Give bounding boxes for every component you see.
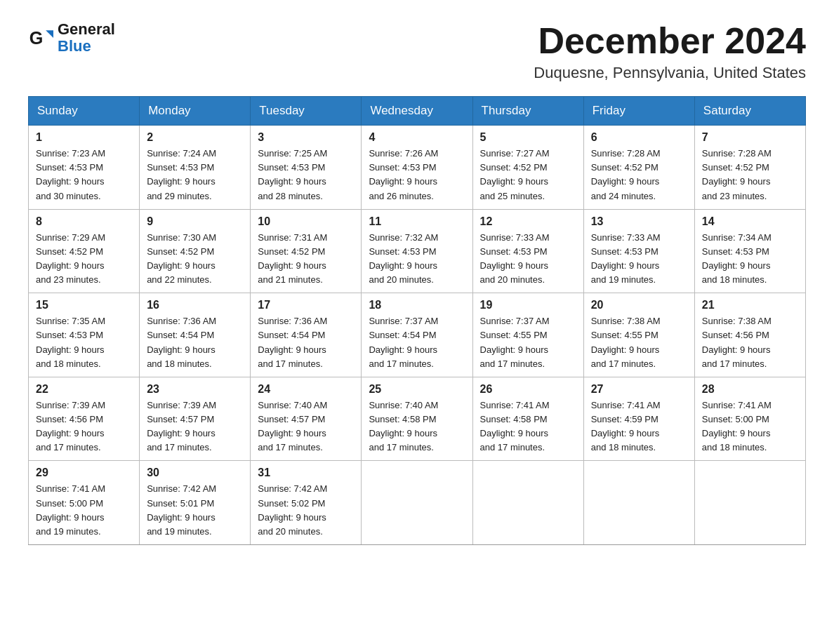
day-info: Sunrise: 7:36 AMSunset: 4:54 PMDaylight:… [147, 316, 216, 368]
header: G General Blue December 2024 Duquesne, P… [28, 21, 806, 82]
day-number: 8 [36, 215, 132, 228]
day-info: Sunrise: 7:33 AMSunset: 4:53 PMDaylight:… [480, 232, 550, 285]
day-number: 2 [147, 131, 243, 144]
logo-general: General [58, 21, 115, 38]
weekday-header-wednesday: Wednesday [362, 97, 472, 126]
location-title: Duquesne, Pennsylvania, United States [534, 64, 806, 82]
logo-text: General Blue [58, 21, 115, 55]
calendar-week-4: 22 Sunrise: 7:39 AMSunset: 4:56 PMDaylig… [29, 377, 806, 461]
calendar-cell: 12 Sunrise: 7:33 AMSunset: 4:53 PMDaylig… [472, 209, 583, 293]
day-info: Sunrise: 7:33 AMSunset: 4:53 PMDaylight:… [591, 232, 661, 285]
calendar-cell [694, 461, 805, 545]
day-info: Sunrise: 7:35 AMSunset: 4:53 PMDaylight:… [36, 316, 105, 368]
calendar-cell: 19 Sunrise: 7:37 AMSunset: 4:55 PMDaylig… [472, 293, 583, 377]
day-info: Sunrise: 7:30 AMSunset: 4:52 PMDaylight:… [147, 232, 216, 285]
day-info: Sunrise: 7:28 AMSunset: 4:52 PMDaylight:… [591, 148, 661, 201]
svg-text:G: G [29, 28, 44, 48]
calendar-cell: 30 Sunrise: 7:42 AMSunset: 5:01 PMDaylig… [140, 461, 251, 545]
calendar-week-2: 8 Sunrise: 7:29 AMSunset: 4:52 PMDayligh… [29, 209, 806, 293]
day-info: Sunrise: 7:38 AMSunset: 4:55 PMDaylight:… [591, 316, 661, 368]
calendar-week-1: 1 Sunrise: 7:23 AMSunset: 4:53 PMDayligh… [29, 126, 806, 210]
day-number: 25 [369, 383, 465, 396]
day-info: Sunrise: 7:39 AMSunset: 4:56 PMDaylight:… [36, 400, 105, 452]
calendar-body: 1 Sunrise: 7:23 AMSunset: 4:53 PMDayligh… [29, 126, 806, 545]
day-info: Sunrise: 7:28 AMSunset: 4:52 PMDaylight:… [702, 148, 772, 201]
day-number: 28 [702, 383, 798, 396]
day-number: 30 [147, 467, 243, 479]
calendar-cell: 6 Sunrise: 7:28 AMSunset: 4:52 PMDayligh… [583, 126, 694, 210]
day-number: 13 [591, 215, 687, 228]
day-info: Sunrise: 7:41 AMSunset: 4:59 PMDaylight:… [591, 400, 661, 452]
calendar-cell: 24 Sunrise: 7:40 AMSunset: 4:57 PMDaylig… [251, 377, 362, 461]
day-number: 4 [369, 131, 465, 144]
calendar-cell: 10 Sunrise: 7:31 AMSunset: 4:52 PMDaylig… [251, 209, 362, 293]
day-info: Sunrise: 7:34 AMSunset: 4:53 PMDaylight:… [702, 232, 772, 285]
logo-icon: G [28, 25, 53, 51]
day-info: Sunrise: 7:41 AMSunset: 5:00 PMDaylight:… [702, 400, 772, 452]
calendar-cell: 17 Sunrise: 7:36 AMSunset: 4:54 PMDaylig… [251, 293, 362, 377]
day-number: 20 [591, 299, 687, 311]
day-number: 31 [258, 467, 354, 479]
calendar-week-5: 29 Sunrise: 7:41 AMSunset: 5:00 PMDaylig… [29, 461, 806, 545]
calendar-cell: 31 Sunrise: 7:42 AMSunset: 5:02 PMDaylig… [251, 461, 362, 545]
day-info: Sunrise: 7:37 AMSunset: 4:55 PMDaylight:… [480, 316, 550, 368]
calendar-cell: 7 Sunrise: 7:28 AMSunset: 4:52 PMDayligh… [694, 126, 805, 210]
calendar-cell: 15 Sunrise: 7:35 AMSunset: 4:53 PMDaylig… [29, 293, 140, 377]
day-number: 3 [258, 131, 354, 144]
calendar-cell: 28 Sunrise: 7:41 AMSunset: 5:00 PMDaylig… [694, 377, 805, 461]
day-info: Sunrise: 7:39 AMSunset: 4:57 PMDaylight:… [147, 400, 216, 452]
day-number: 23 [147, 383, 243, 396]
calendar-table: SundayMondayTuesdayWednesdayThursdayFrid… [28, 96, 806, 545]
title-area: December 2024 Duquesne, Pennsylvania, Un… [534, 21, 806, 82]
day-number: 26 [480, 383, 576, 396]
calendar-cell: 4 Sunrise: 7:26 AMSunset: 4:53 PMDayligh… [362, 126, 472, 210]
weekday-header-row: SundayMondayTuesdayWednesdayThursdayFrid… [29, 97, 806, 126]
calendar-cell: 9 Sunrise: 7:30 AMSunset: 4:52 PMDayligh… [140, 209, 251, 293]
day-info: Sunrise: 7:41 AMSunset: 5:00 PMDaylight:… [36, 483, 105, 536]
day-info: Sunrise: 7:25 AMSunset: 4:53 PMDaylight:… [258, 148, 327, 201]
calendar-cell [583, 461, 694, 545]
day-number: 17 [258, 299, 354, 311]
day-info: Sunrise: 7:42 AMSunset: 5:01 PMDaylight:… [147, 483, 216, 536]
calendar-cell: 26 Sunrise: 7:41 AMSunset: 4:58 PMDaylig… [472, 377, 583, 461]
day-number: 10 [258, 215, 354, 228]
day-number: 7 [702, 131, 798, 144]
day-info: Sunrise: 7:37 AMSunset: 4:54 PMDaylight:… [369, 316, 438, 368]
weekday-header-friday: Friday [583, 97, 694, 126]
day-number: 18 [369, 299, 465, 311]
calendar-cell: 18 Sunrise: 7:37 AMSunset: 4:54 PMDaylig… [362, 293, 472, 377]
day-info: Sunrise: 7:24 AMSunset: 4:53 PMDaylight:… [147, 148, 216, 201]
calendar-cell: 2 Sunrise: 7:24 AMSunset: 4:53 PMDayligh… [140, 126, 251, 210]
day-info: Sunrise: 7:26 AMSunset: 4:53 PMDaylight:… [369, 148, 438, 201]
weekday-header-thursday: Thursday [472, 97, 583, 126]
day-number: 14 [702, 215, 798, 228]
day-number: 21 [702, 299, 798, 311]
logo-blue: Blue [58, 38, 115, 55]
weekday-header-sunday: Sunday [29, 97, 140, 126]
month-title: December 2024 [534, 21, 806, 61]
day-info: Sunrise: 7:36 AMSunset: 4:54 PMDaylight:… [258, 316, 327, 368]
calendar-cell: 25 Sunrise: 7:40 AMSunset: 4:58 PMDaylig… [362, 377, 472, 461]
day-info: Sunrise: 7:42 AMSunset: 5:02 PMDaylight:… [258, 483, 327, 536]
day-info: Sunrise: 7:29 AMSunset: 4:52 PMDaylight:… [36, 232, 105, 285]
day-number: 22 [36, 383, 132, 396]
day-number: 12 [480, 215, 576, 228]
day-number: 11 [369, 215, 465, 228]
calendar-cell: 3 Sunrise: 7:25 AMSunset: 4:53 PMDayligh… [251, 126, 362, 210]
calendar-cell: 21 Sunrise: 7:38 AMSunset: 4:56 PMDaylig… [694, 293, 805, 377]
day-number: 15 [36, 299, 132, 311]
calendar-cell: 29 Sunrise: 7:41 AMSunset: 5:00 PMDaylig… [29, 461, 140, 545]
day-info: Sunrise: 7:31 AMSunset: 4:52 PMDaylight:… [258, 232, 327, 285]
calendar-cell: 23 Sunrise: 7:39 AMSunset: 4:57 PMDaylig… [140, 377, 251, 461]
calendar-cell: 5 Sunrise: 7:27 AMSunset: 4:52 PMDayligh… [472, 126, 583, 210]
day-number: 24 [258, 383, 354, 396]
day-info: Sunrise: 7:27 AMSunset: 4:52 PMDaylight:… [480, 148, 550, 201]
day-number: 9 [147, 215, 243, 228]
day-number: 6 [591, 131, 687, 144]
calendar-cell: 13 Sunrise: 7:33 AMSunset: 4:53 PMDaylig… [583, 209, 694, 293]
day-number: 16 [147, 299, 243, 311]
calendar-week-3: 15 Sunrise: 7:35 AMSunset: 4:53 PMDaylig… [29, 293, 806, 377]
calendar-cell: 20 Sunrise: 7:38 AMSunset: 4:55 PMDaylig… [583, 293, 694, 377]
day-number: 27 [591, 383, 687, 396]
day-info: Sunrise: 7:38 AMSunset: 4:56 PMDaylight:… [702, 316, 772, 368]
